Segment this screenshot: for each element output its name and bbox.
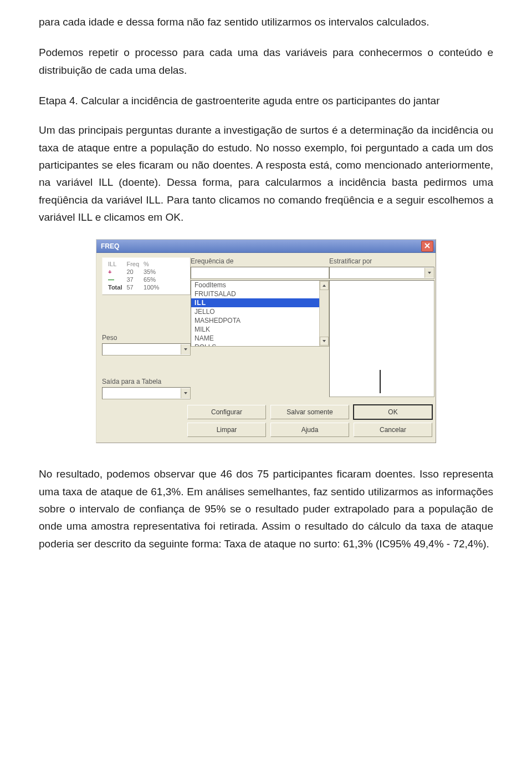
paragraph-1: para cada idade e dessa forma não faz se…	[39, 13, 493, 31]
paragraph-2: Podemos repetir o processo para cada uma…	[39, 44, 493, 79]
peso-label: Peso	[102, 334, 191, 342]
paragraph-4: No resultado, podemos observar que 46 do…	[39, 465, 493, 552]
chevron-down-icon	[181, 344, 190, 354]
scroll-up-icon[interactable]	[320, 281, 329, 290]
ok-button[interactable]: OK	[354, 405, 432, 419]
table-row: + 20 35%	[106, 268, 161, 276]
annotation-arrow-icon	[380, 370, 381, 393]
freq-dialog: FREQ ILL Freq % +	[96, 239, 436, 443]
list-item[interactable]: MILK	[191, 325, 329, 334]
dialog-titlebar: FREQ	[96, 240, 436, 253]
dialog-title: FREQ	[101, 242, 119, 250]
cancelar-button[interactable]: Cancelar	[354, 423, 432, 437]
list-item[interactable]: FRUITSALAD	[191, 290, 329, 298]
estratificar-selection-box[interactable]	[329, 280, 434, 397]
ajuda-button[interactable]: Ajuda	[270, 423, 349, 437]
table-row: Total 57 100%	[106, 283, 161, 291]
list-item[interactable]: FoodItems	[191, 281, 329, 290]
paragraph-3: Um das principais perguntas durante a in…	[39, 121, 493, 226]
frequencia-label: Erequência de	[191, 257, 329, 265]
list-item-selected[interactable]: ILL	[191, 298, 329, 307]
limpar-button[interactable]: Limpar	[187, 423, 266, 437]
frequencia-input[interactable]	[191, 267, 329, 279]
close-icon	[424, 242, 430, 250]
chevron-down-icon	[424, 268, 434, 278]
scroll-down-icon[interactable]	[320, 337, 329, 346]
close-button[interactable]	[421, 241, 433, 252]
table-row: — 37 65%	[106, 276, 161, 283]
col-header-freq: Freq	[124, 260, 141, 268]
list-item[interactable]: ROLLS	[191, 343, 329, 347]
peso-combo[interactable]	[102, 343, 191, 355]
estratificar-label: Estratificar por	[329, 257, 434, 265]
chevron-down-icon	[181, 388, 190, 398]
configurar-button[interactable]: Configurar	[187, 405, 266, 419]
step-heading: Etapa 4. Calcular a incidência de gastro…	[39, 92, 493, 109]
stats-table: ILL Freq % + 20 35% — 37 65%	[106, 260, 161, 291]
saida-combo[interactable]	[102, 387, 191, 399]
saida-label: Saída para a Tabela	[102, 378, 191, 385]
variable-listbox[interactable]: FoodItems FRUITSALAD ILL JELLO MASHEDPOT…	[191, 280, 329, 347]
col-header-pct: %	[141, 260, 161, 268]
stats-panel: ILL Freq % + 20 35% — 37 65%	[102, 257, 191, 295]
list-item[interactable]: MASHEDPOTA	[191, 316, 329, 325]
list-item[interactable]: NAME	[191, 334, 329, 343]
col-header-ill: ILL	[106, 260, 124, 268]
estratificar-combo[interactable]	[329, 267, 434, 279]
listbox-scrollbar[interactable]	[319, 281, 329, 346]
salvar-button[interactable]: Salvar somente	[270, 405, 349, 419]
list-item[interactable]: JELLO	[191, 307, 329, 316]
